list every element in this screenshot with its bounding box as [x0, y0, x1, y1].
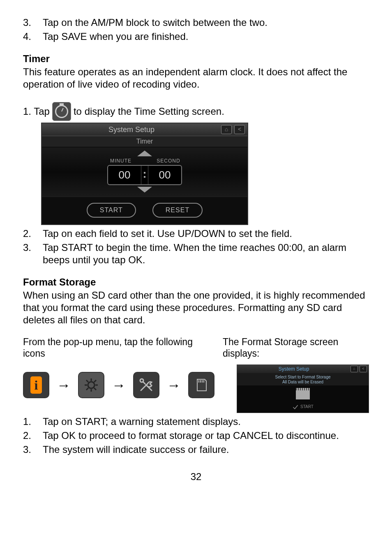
icon-path: i → [23, 372, 214, 398]
heading-timer: Timer [23, 53, 369, 65]
svg-line-6 [94, 388, 96, 390]
heading-format-storage: Format Storage [23, 276, 369, 288]
home-icon[interactable]: ⌂ [221, 125, 232, 134]
check-icon [292, 404, 299, 410]
mini-title: System Setup [237, 366, 350, 372]
screenshot-subtitle: Timer [42, 136, 247, 147]
arrow-up-icon[interactable] [137, 151, 152, 156]
step1-suffix: to display the Time Setting screen. [74, 105, 224, 118]
mini-line1: Select Start to Format Storage [237, 375, 369, 380]
sd-card-icon[interactable] [188, 372, 214, 398]
svg-point-0 [88, 382, 95, 388]
format-screenshot: System Setup ⌂ < Select Start to Format … [237, 364, 369, 413]
mini-line2: All Data will be Erased [237, 380, 369, 385]
sd-card-icon [296, 388, 310, 399]
timer-desc: This feature operates as an independent … [23, 66, 369, 91]
home-icon[interactable]: ⌂ [350, 366, 358, 372]
minute-field[interactable]: 00 [108, 166, 141, 184]
tools-icon[interactable] [133, 372, 159, 398]
svg-line-7 [86, 388, 88, 390]
manual-page: 3. Tap on the AM/PM block to switch betw… [0, 0, 392, 557]
info-icon[interactable]: i [23, 372, 49, 398]
list-item: 3. The system will indicate success or f… [23, 443, 369, 456]
list-item: 1. Tap on START; a warning statement dis… [23, 415, 369, 428]
list-item: 4. Tap SAVE when you are finished. [23, 30, 369, 43]
format-desc: When using an SD card other than the one… [23, 289, 369, 326]
step1-prefix: 1. Tap [23, 105, 50, 118]
list-item: 2. Tap OK to proceed to format storage o… [23, 429, 369, 442]
reset-button[interactable]: RESET [152, 203, 203, 218]
start-button[interactable]: START [87, 203, 136, 218]
arrow-right-icon: → [57, 376, 71, 394]
timer-fields: 00 00 [107, 165, 182, 185]
svg-line-5 [86, 380, 88, 382]
popup-instruction: From the pop-up menu, tap the following … [23, 336, 214, 403]
svg-line-10 [143, 382, 145, 384]
minute-label: MINUTE [104, 158, 137, 164]
arrow-right-icon: → [112, 376, 126, 394]
back-icon[interactable]: < [360, 366, 367, 372]
list-item: 2. Tap on each field to set it. Use UP/D… [23, 227, 369, 240]
svg-line-8 [94, 380, 96, 382]
arrow-down-icon[interactable] [137, 187, 152, 193]
second-field[interactable]: 00 [148, 166, 181, 184]
timer-icon [52, 102, 71, 121]
arrow-right-icon: → [167, 376, 181, 394]
list-item: 3. Tap START to begin the time. When the… [23, 241, 369, 266]
screenshot-title: System Setup [42, 125, 221, 135]
format-result-label: The Format Storage screen displays: [223, 337, 338, 359]
screenshot-header: System Setup ⌂ < [42, 123, 247, 136]
mini-start-button[interactable]: START [300, 404, 314, 410]
timer-screenshot: System Setup ⌂ < Timer MINUTE SECOND 00 … [41, 123, 369, 225]
page-number: 32 [23, 471, 369, 483]
step-1-row: 1. Tap to display the Time Setting scree… [23, 102, 369, 121]
gear-icon[interactable] [78, 372, 104, 398]
back-icon[interactable]: < [234, 125, 245, 134]
second-label: SECOND [152, 158, 185, 164]
time-separator [141, 166, 148, 184]
list-item: 3. Tap on the AM/PM block to switch betw… [23, 16, 369, 29]
